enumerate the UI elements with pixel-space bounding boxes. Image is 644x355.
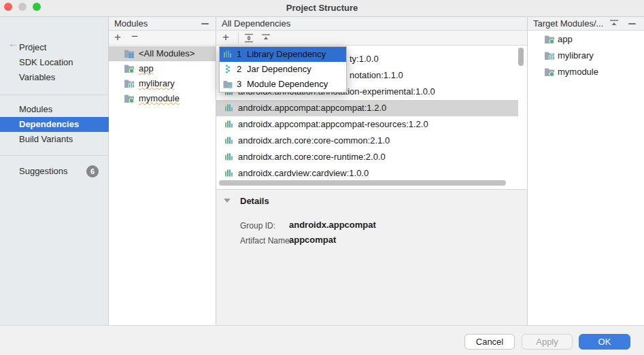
module-row-mylibrary[interactable]: mylibrary bbox=[109, 76, 216, 91]
sidebar-divider bbox=[0, 95, 109, 95]
sidebar-item-dependencies[interactable]: Dependencies bbox=[0, 117, 109, 132]
library-icon bbox=[223, 50, 233, 59]
all-modules-folder-icon bbox=[124, 48, 135, 58]
horizontal-scrollbar[interactable] bbox=[219, 180, 506, 186]
group-id-value: androidx.appcompat bbox=[289, 220, 376, 230]
dependency-label: androidx.appcompat:appcompat-resources:1… bbox=[238, 116, 428, 133]
title-bar: Project Structure bbox=[0, 0, 644, 17]
group-id-label: Group ID: bbox=[240, 221, 275, 231]
sidebar-item-label: Variables bbox=[19, 72, 55, 82]
module-folder-green-dot-icon bbox=[124, 63, 135, 73]
details-section: Details Group ID: androidx.appcompat Art… bbox=[216, 190, 527, 325]
target-module-row-app[interactable]: app bbox=[528, 31, 644, 48]
ok-button[interactable]: OK bbox=[579, 334, 630, 350]
cancel-button[interactable]: Cancel bbox=[464, 334, 515, 350]
module-folder-library-icon bbox=[124, 78, 135, 88]
artifact-name-label: Artifact Name: bbox=[240, 236, 292, 246]
dependency-row[interactable]: androidx.arch.core:core-common:2.1.0 bbox=[216, 133, 518, 149]
dependency-row[interactable]: androidx.arch.core:core-runtime:2.0.0 bbox=[216, 149, 518, 165]
module-label: mylibrary bbox=[139, 76, 175, 91]
library-icon bbox=[224, 169, 234, 178]
jar-icon bbox=[223, 65, 233, 74]
library-icon bbox=[224, 136, 234, 146]
module-label: app bbox=[139, 61, 154, 76]
dependency-label: androidx.cardview:cardview:1.0.0 bbox=[238, 165, 369, 182]
minimize-panel-icon[interactable] bbox=[201, 23, 209, 24]
target-module-row-mymodule[interactable]: mymodule bbox=[528, 64, 644, 80]
add-module-button[interactable]: + bbox=[114, 31, 121, 44]
sidebar-divider bbox=[0, 155, 109, 156]
module-folder-library-icon bbox=[544, 50, 555, 61]
menu-item-library-dependency[interactable]: 1 Library Dependency bbox=[220, 47, 346, 62]
dependency-label: androidx.appcompat:appcompat:1.2.0 bbox=[238, 100, 386, 116]
collapse-all-icon[interactable] bbox=[609, 19, 620, 29]
expand-all-icon[interactable] bbox=[243, 33, 254, 43]
menu-item-module-dependency[interactable]: 3 Module Dependency bbox=[220, 77, 346, 92]
sidebar-item-label: Project bbox=[19, 42, 46, 52]
module-folder-green-dot-icon bbox=[544, 67, 555, 77]
dependency-label: androidx.arch.core:core-runtime:2.0.0 bbox=[238, 149, 386, 165]
add-dependency-menu: 1 Library Dependency 2 Jar Dependency 3 … bbox=[219, 46, 347, 92]
sidebar-item-project[interactable]: Project bbox=[0, 40, 109, 55]
menu-mnemonic: 3 bbox=[237, 77, 241, 92]
module-icon bbox=[223, 80, 233, 89]
sidebar-item-build-variants[interactable]: Build Variants bbox=[0, 132, 109, 147]
sidebar-item-sdk-location[interactable]: SDK Location bbox=[0, 55, 109, 70]
dependencies-panel-title: All Dependencies bbox=[222, 18, 290, 29]
modules-panel: Modules + − <All Modules> app bbox=[109, 17, 216, 325]
library-icon bbox=[224, 103, 234, 113]
minimize-panel-icon[interactable] bbox=[628, 23, 636, 24]
artifact-name-value: appcompat bbox=[289, 235, 336, 245]
sidebar-item-modules[interactable]: Modules bbox=[0, 102, 109, 117]
target-modules-list: app mylibrary mymodule bbox=[528, 31, 644, 80]
module-row-mymodule[interactable]: mymodule bbox=[109, 91, 216, 106]
vertical-scrollbar[interactable] bbox=[518, 48, 524, 66]
all-dependencies-panel: All Dependencies + ty:1.0.0 notation:1.1… bbox=[216, 17, 528, 325]
menu-item-label: Module Dependency bbox=[247, 77, 328, 92]
toolbar-divider bbox=[238, 33, 239, 44]
add-dependency-button[interactable]: + bbox=[222, 31, 229, 44]
project-structure-dialog: Project Structure ← → Project SDK Locati… bbox=[0, 0, 644, 355]
dependency-row[interactable]: androidx.appcompat:appcompat-resources:1… bbox=[216, 116, 518, 133]
settings-sidebar: ← → Project SDK Location Variables Modul… bbox=[0, 17, 109, 325]
window-title: Project Structure bbox=[0, 3, 644, 13]
remove-module-button[interactable]: − bbox=[131, 30, 138, 44]
dependency-label-fragment: ty:1.0.0 bbox=[350, 51, 379, 67]
library-icon bbox=[224, 152, 234, 162]
apply-button[interactable]: Apply bbox=[522, 334, 573, 350]
sidebar-item-label: Dependencies bbox=[19, 119, 79, 129]
target-module-label: mylibrary bbox=[558, 48, 594, 64]
sidebar-item-label: Build Variants bbox=[19, 134, 73, 144]
dependency-label-fragment: notation:1.1.0 bbox=[350, 67, 403, 84]
sidebar-item-label: Suggestions bbox=[19, 166, 68, 176]
target-module-label: app bbox=[558, 31, 573, 48]
collapse-details-icon[interactable] bbox=[224, 199, 231, 203]
library-icon bbox=[224, 120, 234, 129]
module-label: <All Modules> bbox=[139, 46, 194, 61]
menu-item-jar-dependency[interactable]: 2 Jar Dependency bbox=[220, 62, 346, 77]
menu-mnemonic: 1 bbox=[237, 47, 241, 62]
modules-panel-title: Modules bbox=[114, 18, 148, 29]
menu-item-label: Jar Dependency bbox=[247, 62, 311, 77]
collapse-all-icon[interactable] bbox=[260, 33, 271, 43]
module-row-all-modules[interactable]: <All Modules> bbox=[109, 46, 216, 61]
target-module-label: mymodule bbox=[558, 64, 598, 80]
module-row-app[interactable]: app bbox=[109, 61, 216, 76]
dialog-footer: Cancel Apply OK bbox=[0, 325, 644, 355]
menu-mnemonic: 2 bbox=[237, 62, 241, 77]
dependency-row[interactable]: androidx.cardview:cardview:1.0.0 bbox=[216, 165, 518, 182]
dependencies-panel-header: All Dependencies bbox=[216, 17, 527, 31]
target-module-row-mylibrary[interactable]: mylibrary bbox=[528, 48, 644, 64]
sidebar-item-variables[interactable]: Variables bbox=[0, 70, 109, 85]
target-modules-panel: Target Modules/... app mylibrary bbox=[528, 17, 644, 325]
dependencies-toolbar: + bbox=[216, 31, 527, 46]
sidebar-item-suggestions[interactable]: Suggestions 6 bbox=[0, 164, 109, 179]
modules-list: <All Modules> app mylibrary mymodule bbox=[109, 46, 216, 106]
modules-panel-header: Modules bbox=[109, 17, 216, 31]
module-folder-green-dot-icon bbox=[544, 34, 555, 44]
target-modules-title: Target Modules/... bbox=[533, 18, 603, 29]
sidebar-item-label: Modules bbox=[19, 104, 52, 114]
dependency-row-selected[interactable]: androidx.appcompat:appcompat:1.2.0 bbox=[216, 100, 518, 116]
sidebar-item-label: SDK Location bbox=[19, 57, 73, 67]
module-folder-green-dot-icon bbox=[124, 93, 135, 103]
